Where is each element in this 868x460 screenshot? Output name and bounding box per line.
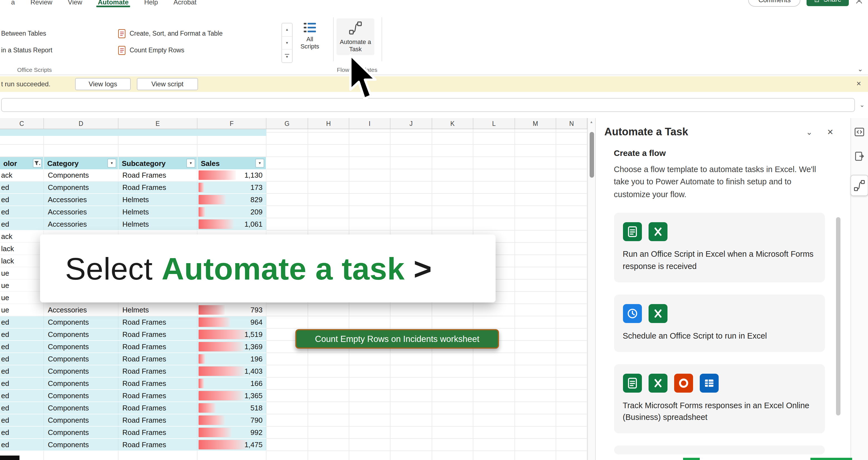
pane-collapse-chevron-icon[interactable]: ⌄ [806,127,812,137]
filter-dropdown-button[interactable]: ▾ [107,159,116,168]
cell-color[interactable]: ack [0,169,44,181]
cell-color[interactable]: ed [0,414,44,426]
cell-category[interactable]: Components [44,169,119,181]
view-script-button[interactable]: View script [137,78,198,90]
cell-category[interactable]: Accessories [44,194,119,205]
cell-category[interactable]: Components [44,390,119,402]
cell-category[interactable]: Components [44,181,119,193]
cell-color[interactable]: ue [0,292,44,304]
menu-tab-review[interactable]: Review [23,0,60,7]
script-editor-pane-icon[interactable] [853,126,866,138]
cell-color[interactable]: ed [0,341,44,352]
cell-color[interactable]: ack [0,231,44,242]
cell-color[interactable]: ed [0,194,44,205]
filter-applied-button[interactable] [33,159,42,168]
grid-scrollbar-thumb[interactable] [589,132,594,178]
automate-pane-selected[interactable] [850,175,868,196]
cell-sales[interactable]: 964 [197,316,267,328]
column-header-G[interactable]: G [267,118,308,128]
cell-sales[interactable]: 1,475 [197,439,267,451]
cell-category[interactable]: Components [44,341,119,352]
cell-subcategory[interactable]: Road Frames [119,328,197,340]
cell-subcategory[interactable]: Helmets [119,194,197,205]
column-header-E[interactable]: E [119,118,197,128]
cell-color[interactable]: ue [0,267,44,279]
grid-vertical-scrollbar[interactable] [587,118,595,460]
cell-color[interactable]: lack [0,243,44,255]
script-gallery-item[interactable]: Create, Sort, and Format a Table [118,27,280,39]
cell-color[interactable]: ed [0,365,44,377]
all-scripts-button[interactable]: All Scripts [296,18,324,52]
cell-subcategory[interactable]: Helmets [119,218,197,230]
cell-color[interactable]: lack [0,255,44,267]
filter-dropdown-button[interactable]: ▾ [186,159,195,168]
menu-tab-automate[interactable]: Automate [90,0,136,7]
menu-tab-a[interactable]: a [3,0,23,7]
gallery-scroll-up-icon[interactable]: ▲ [282,23,292,36]
cell-sales[interactable]: 1,061 [197,218,267,230]
cell-category[interactable]: Components [44,439,119,451]
cell-subcategory[interactable]: Road Frames [119,378,197,389]
column-header-N[interactable]: N [556,118,587,128]
cell-sales[interactable]: 166 [197,378,267,389]
cell-sales[interactable]: 1,369 [197,341,267,352]
cell-category[interactable]: Components [44,402,119,414]
cell-sales[interactable]: 518 [197,402,267,414]
cell-sales[interactable]: 1,519 [197,328,267,340]
cell-subcategory[interactable]: Road Frames [119,169,197,181]
cell-subcategory[interactable]: Road Frames [119,439,197,451]
account-avatar-icon[interactable] [855,0,863,4]
cell-category[interactable]: Components [44,365,119,377]
cell-category[interactable]: Components [44,316,119,328]
column-header-H[interactable]: H [308,118,349,128]
gallery-scroll-down-icon[interactable]: ▼ [282,36,292,50]
cell-color[interactable]: ed [0,390,44,402]
cell-sales[interactable]: 992 [197,427,267,438]
cell-subcategory[interactable]: Road Frames [119,181,197,193]
cell-sales[interactable]: 173 [197,181,267,193]
cell-color[interactable]: ed [0,218,44,230]
cell-sales[interactable]: 829 [197,194,267,205]
flow-template-card[interactable]: Run an Office Script in Excel when a Mic… [614,213,825,282]
cell-category[interactable]: Components [44,353,119,365]
share-button[interactable]: Share [807,0,848,6]
cell-sales[interactable]: 209 [197,206,267,218]
cell-category[interactable]: Accessories [44,206,119,218]
cell-sales[interactable]: 1,365 [197,390,267,402]
automate-a-task-button[interactable]: Automate a Task [337,18,374,55]
script-gallery-item[interactable]: in a Status Report [1,44,112,56]
cell-sales[interactable]: 790 [197,414,267,426]
cell-color[interactable]: ed [0,427,44,438]
cell-color[interactable]: ue [0,280,44,291]
column-header-L[interactable]: L [473,118,515,128]
cell-color[interactable]: ed [0,316,44,328]
cell-subcategory[interactable]: Road Frames [119,353,197,365]
cell-color[interactable]: ed [0,402,44,414]
flow-template-card[interactable]: Schedule an Office Script to run in Exce… [614,295,825,352]
cell-category[interactable]: Components [44,427,119,438]
cell-color[interactable]: ed [0,328,44,340]
menu-tab-acrobat[interactable]: Acrobat [166,0,205,7]
alert-close-icon[interactable]: ✕ [856,80,861,87]
column-header-K[interactable]: K [432,118,473,128]
pane-scrollbar[interactable] [836,217,840,415]
cell-subcategory[interactable]: Road Frames [119,390,197,402]
pane-close-icon[interactable]: ✕ [827,127,834,137]
column-header-D[interactable]: D [44,118,119,128]
pane-scrollbar-thumb[interactable] [836,217,840,415]
comments-button[interactable]: Comments [748,0,801,7]
cell-color[interactable]: ed [0,206,44,218]
column-header-I[interactable]: I [349,118,391,128]
cell-subcategory[interactable]: Road Frames [119,365,197,377]
cell-sales[interactable]: 1,403 [197,365,267,377]
column-header-M[interactable]: M [515,118,556,128]
column-header-J[interactable]: J [391,118,432,128]
cell-color[interactable]: ue [0,304,44,316]
cell-color[interactable]: ed [0,181,44,193]
ribbon-collapse-chevron-icon[interactable]: ⌄ [858,65,863,73]
script-gallery-item[interactable]: Between Tables [1,27,112,39]
cell-sales[interactable]: 196 [197,353,267,365]
cell-subcategory[interactable]: Road Frames [119,402,197,414]
column-header-C[interactable]: C [0,118,44,128]
cell-category[interactable]: Accessories [44,218,119,230]
